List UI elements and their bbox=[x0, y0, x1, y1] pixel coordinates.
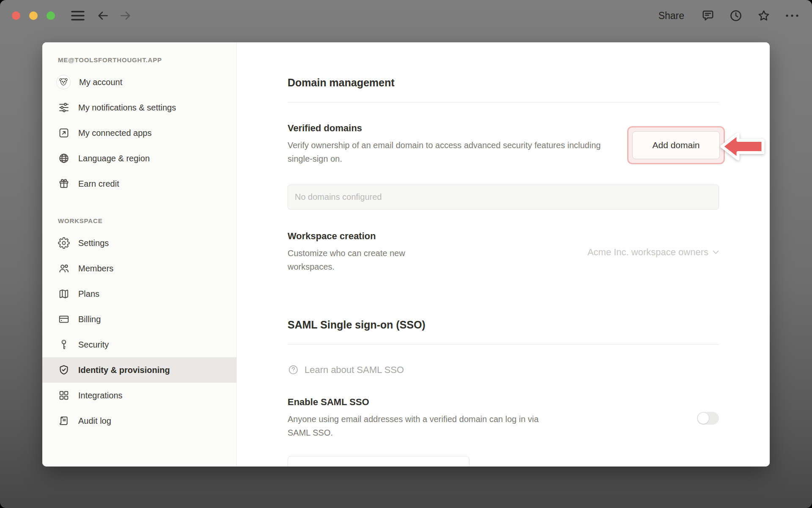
gift-icon bbox=[58, 178, 70, 190]
settings-modal: ME@TOOLSFORTHOUGHT.APP My account bbox=[42, 42, 770, 467]
saml-sso-title: SAML Single sign-on (SSO) bbox=[288, 318, 719, 331]
scroll-icon bbox=[58, 415, 70, 427]
verified-domains-description: Verify ownership of an email domain to a… bbox=[288, 138, 613, 166]
enable-saml-block: Enable SAML SSO Anyone using email addre… bbox=[288, 396, 719, 439]
avatar bbox=[56, 75, 71, 89]
sidebar-section-account: ME@TOOLSFORTHOUGHT.APP bbox=[58, 56, 236, 64]
workspace-creation-description: Customize who can create new workspaces. bbox=[288, 246, 440, 273]
divider bbox=[288, 344, 719, 345]
sidebar-item-label: Plans bbox=[78, 289, 99, 299]
sidebar-item-label: Members bbox=[78, 264, 113, 273]
enable-saml-title: Enable SAML SSO bbox=[288, 396, 558, 409]
sidebar-item-integrations[interactable]: Integrations bbox=[42, 383, 236, 408]
add-domain-button[interactable]: Add domain bbox=[632, 131, 720, 159]
sidebar-item-plans[interactable]: Plans bbox=[42, 281, 236, 306]
shield-check-icon bbox=[58, 364, 70, 376]
sidebar-item-notifications-settings[interactable]: My notifications & settings bbox=[42, 95, 236, 120]
app-window: Share bbox=[0, 0, 812, 508]
back-icon[interactable] bbox=[96, 9, 109, 22]
credit-card-icon bbox=[58, 313, 70, 325]
traffic-lights bbox=[12, 11, 55, 20]
enable-saml-toggle[interactable] bbox=[697, 412, 719, 425]
workspace-creation-block: Workspace creation Customize who can cre… bbox=[288, 230, 719, 273]
comments-icon[interactable] bbox=[701, 9, 715, 22]
sidebar-item-label: Audit log bbox=[78, 416, 111, 426]
grid-icon bbox=[58, 389, 70, 401]
titlebar: Share bbox=[0, 0, 812, 31]
sidebar-item-label: Security bbox=[78, 340, 109, 350]
workspace-creation-title: Workspace creation bbox=[288, 230, 440, 243]
menu-icon[interactable] bbox=[71, 10, 85, 21]
sidebar-item-label: My account bbox=[79, 77, 122, 87]
workspace-creation-dropdown[interactable]: Acme Inc. workspace owners bbox=[587, 247, 719, 258]
sidebar-item-label: Settings bbox=[78, 238, 109, 248]
forward-icon[interactable] bbox=[119, 9, 132, 22]
sidebar-item-security[interactable]: Security bbox=[42, 332, 236, 357]
domains-empty-state: No domains configured bbox=[288, 185, 719, 210]
enable-saml-description: Anyone using email addresses with a veri… bbox=[288, 412, 558, 439]
learn-saml-sso-link[interactable]: Learn about SAML SSO bbox=[288, 364, 404, 375]
screen: Share bbox=[0, 0, 812, 508]
sidebar-item-label: My notifications & settings bbox=[78, 103, 176, 113]
annotation-arrow-icon bbox=[719, 130, 766, 163]
sidebar-item-label: Language & region bbox=[78, 154, 150, 163]
favorite-icon[interactable] bbox=[757, 9, 771, 22]
sidebar-item-label: Integrations bbox=[78, 391, 123, 400]
domain-management-title: Domain management bbox=[288, 76, 719, 89]
annotation-highlight: Add domain bbox=[627, 126, 725, 164]
settings-content: Domain management Verified domains Verif… bbox=[237, 42, 770, 467]
globe-icon bbox=[58, 152, 70, 164]
sidebar-item-label: Identity & provisioning bbox=[78, 365, 170, 375]
sidebar-item-language-region[interactable]: Language & region bbox=[42, 146, 236, 171]
minimize-window-button[interactable] bbox=[29, 11, 38, 20]
divider bbox=[288, 102, 719, 102]
arrow-up-right-square-icon bbox=[58, 127, 70, 139]
sidebar-item-audit-log[interactable]: Audit log bbox=[42, 408, 236, 433]
zoom-window-button[interactable] bbox=[47, 11, 55, 20]
history-icon[interactable] bbox=[729, 9, 743, 22]
sidebar-item-identity-provisioning[interactable]: Identity & provisioning bbox=[42, 357, 236, 383]
people-icon bbox=[58, 262, 70, 274]
sidebar-item-label: Billing bbox=[78, 315, 101, 324]
sidebar-item-settings[interactable]: Settings bbox=[42, 230, 236, 256]
sidebar-item-members[interactable]: Members bbox=[42, 256, 236, 281]
key-icon bbox=[58, 339, 70, 351]
gear-icon bbox=[58, 237, 70, 249]
sidebar-item-label: Earn credit bbox=[78, 179, 119, 189]
toggle-knob bbox=[698, 413, 709, 424]
sliders-icon bbox=[58, 102, 70, 113]
close-window-button[interactable] bbox=[12, 11, 20, 20]
sidebar-item-connected-apps[interactable]: My connected apps bbox=[42, 120, 236, 146]
question-circle-icon bbox=[288, 364, 299, 375]
sidebar-item-earn-credit[interactable]: Earn credit bbox=[42, 171, 236, 196]
learn-saml-sso-label: Learn about SAML SSO bbox=[304, 364, 404, 375]
map-icon bbox=[58, 288, 70, 300]
sidebar-item-label: My connected apps bbox=[78, 128, 151, 138]
edit-saml-config-button[interactable]: Edit SAML SSO configuration bbox=[288, 456, 469, 467]
workspace-creation-selected-option: Acme Inc. workspace owners bbox=[587, 247, 708, 258]
more-icon[interactable] bbox=[785, 13, 799, 18]
chevron-down-icon bbox=[713, 250, 719, 254]
settings-sidebar: ME@TOOLSFORTHOUGHT.APP My account bbox=[42, 42, 237, 467]
sidebar-section-workspace: WORKSPACE bbox=[58, 217, 236, 225]
sidebar-item-my-account[interactable]: My account bbox=[42, 69, 236, 95]
share-button[interactable]: Share bbox=[656, 10, 687, 22]
sidebar-item-billing[interactable]: Billing bbox=[42, 306, 236, 332]
